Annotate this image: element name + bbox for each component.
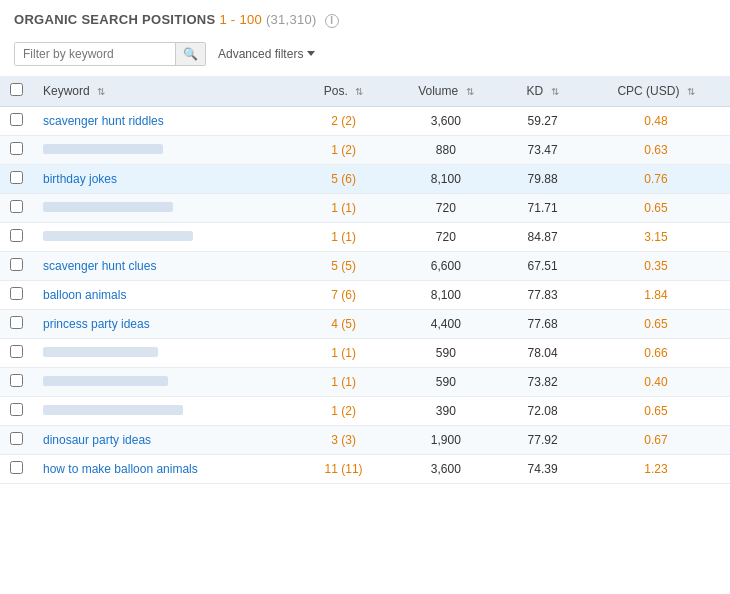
table-row: balloon animals7 (6)8,10077.831.84 xyxy=(0,280,730,309)
row-checkbox-cell xyxy=(0,251,33,280)
volume-cell: 880 xyxy=(389,135,503,164)
kd-cell: 77.68 xyxy=(503,309,582,338)
page-header: ORGANIC SEARCH POSITIONS 1 - 100 (31,310… xyxy=(0,0,730,36)
sort-icon-kd: ⇅ xyxy=(551,86,559,97)
table-row: 1 (1)59078.040.66 xyxy=(0,338,730,367)
row-checkbox[interactable] xyxy=(10,374,23,387)
cpc-cell: 0.48 xyxy=(582,106,730,135)
volume-cell: 390 xyxy=(389,396,503,425)
keyword-cell xyxy=(33,222,298,251)
filter-bar: 🔍 Advanced filters xyxy=(0,36,730,76)
blurred-keyword xyxy=(43,405,183,415)
info-icon[interactable]: i xyxy=(325,14,339,28)
cpc-cell: 0.67 xyxy=(582,425,730,454)
keyword-link[interactable]: birthday jokes xyxy=(43,172,117,186)
cpc-cell: 0.66 xyxy=(582,338,730,367)
volume-cell: 720 xyxy=(389,193,503,222)
keyword-link[interactable]: balloon animals xyxy=(43,288,126,302)
row-checkbox[interactable] xyxy=(10,432,23,445)
table-row: 1 (1)72071.710.65 xyxy=(0,193,730,222)
kd-cell: 73.82 xyxy=(503,367,582,396)
pos-cell: 5 (6) xyxy=(298,164,388,193)
row-checkbox-cell xyxy=(0,454,33,483)
row-checkbox-cell xyxy=(0,309,33,338)
row-checkbox-cell xyxy=(0,164,33,193)
column-header-kd[interactable]: KD ⇅ xyxy=(503,76,582,107)
table-row: dinosaur party ideas3 (3)1,90077.920.67 xyxy=(0,425,730,454)
kd-cell: 72.08 xyxy=(503,396,582,425)
kd-cell: 79.88 xyxy=(503,164,582,193)
keywords-table: Keyword ⇅ Pos. ⇅ Volume ⇅ KD ⇅ CPC (USD)… xyxy=(0,76,730,484)
advanced-filters-button[interactable]: Advanced filters xyxy=(218,47,315,61)
row-checkbox[interactable] xyxy=(10,200,23,213)
row-checkbox[interactable] xyxy=(10,142,23,155)
row-checkbox[interactable] xyxy=(10,113,23,126)
select-all-checkbox[interactable] xyxy=(10,83,23,96)
keyword-cell xyxy=(33,135,298,164)
cpc-cell: 0.65 xyxy=(582,193,730,222)
column-header-keyword[interactable]: Keyword ⇅ xyxy=(33,76,298,107)
kd-cell: 71.71 xyxy=(503,193,582,222)
search-button[interactable]: 🔍 xyxy=(175,43,205,65)
volume-cell: 6,600 xyxy=(389,251,503,280)
cpc-cell: 0.40 xyxy=(582,367,730,396)
table-row: 1 (2)39072.080.65 xyxy=(0,396,730,425)
column-header-pos[interactable]: Pos. ⇅ xyxy=(298,76,388,107)
pos-cell: 2 (2) xyxy=(298,106,388,135)
keyword-cell: balloon animals xyxy=(33,280,298,309)
keyword-link[interactable]: princess party ideas xyxy=(43,317,150,331)
keyword-link[interactable]: dinosaur party ideas xyxy=(43,433,151,447)
kd-cell: 73.47 xyxy=(503,135,582,164)
keyword-cell: dinosaur party ideas xyxy=(33,425,298,454)
blurred-keyword xyxy=(43,202,173,212)
keyword-link[interactable]: scavenger hunt riddles xyxy=(43,114,164,128)
row-checkbox[interactable] xyxy=(10,316,23,329)
keyword-cell: scavenger hunt riddles xyxy=(33,106,298,135)
row-checkbox-cell xyxy=(0,193,33,222)
volume-cell: 8,100 xyxy=(389,164,503,193)
kd-cell: 74.39 xyxy=(503,454,582,483)
keyword-cell xyxy=(33,396,298,425)
keyword-cell: birthday jokes xyxy=(33,164,298,193)
row-checkbox-cell xyxy=(0,106,33,135)
row-checkbox[interactable] xyxy=(10,403,23,416)
pos-cell: 5 (5) xyxy=(298,251,388,280)
cpc-cell: 0.76 xyxy=(582,164,730,193)
kd-cell: 78.04 xyxy=(503,338,582,367)
row-checkbox[interactable] xyxy=(10,461,23,474)
keyword-cell: princess party ideas xyxy=(33,309,298,338)
column-header-cpc[interactable]: CPC (USD) ⇅ xyxy=(582,76,730,107)
table-row: 1 (2)88073.470.63 xyxy=(0,135,730,164)
row-checkbox[interactable] xyxy=(10,258,23,271)
keyword-filter-input[interactable] xyxy=(15,43,175,65)
row-checkbox[interactable] xyxy=(10,345,23,358)
cpc-cell: 1.84 xyxy=(582,280,730,309)
sort-icon-cpc: ⇅ xyxy=(687,86,695,97)
pos-cell: 11 (11) xyxy=(298,454,388,483)
kd-cell: 59.27 xyxy=(503,106,582,135)
pos-cell: 4 (5) xyxy=(298,309,388,338)
table-row: scavenger hunt clues5 (5)6,60067.510.35 xyxy=(0,251,730,280)
table-header-row: Keyword ⇅ Pos. ⇅ Volume ⇅ KD ⇅ CPC (USD)… xyxy=(0,76,730,107)
cpc-cell: 1.23 xyxy=(582,454,730,483)
column-header-volume[interactable]: Volume ⇅ xyxy=(389,76,503,107)
keyword-cell xyxy=(33,367,298,396)
row-checkbox-cell xyxy=(0,280,33,309)
volume-cell: 8,100 xyxy=(389,280,503,309)
row-checkbox[interactable] xyxy=(10,171,23,184)
search-box[interactable]: 🔍 xyxy=(14,42,206,66)
pos-cell: 1 (2) xyxy=(298,396,388,425)
row-checkbox-cell xyxy=(0,338,33,367)
blurred-keyword xyxy=(43,376,168,386)
volume-cell: 720 xyxy=(389,222,503,251)
pos-cell: 1 (2) xyxy=(298,135,388,164)
cpc-cell: 0.35 xyxy=(582,251,730,280)
select-all-checkbox-header[interactable] xyxy=(0,76,33,107)
keyword-link[interactable]: scavenger hunt clues xyxy=(43,259,156,273)
blurred-keyword xyxy=(43,144,163,154)
row-checkbox[interactable] xyxy=(10,287,23,300)
volume-cell: 3,600 xyxy=(389,106,503,135)
row-checkbox[interactable] xyxy=(10,229,23,242)
keyword-link[interactable]: how to make balloon animals xyxy=(43,462,198,476)
volume-cell: 590 xyxy=(389,367,503,396)
